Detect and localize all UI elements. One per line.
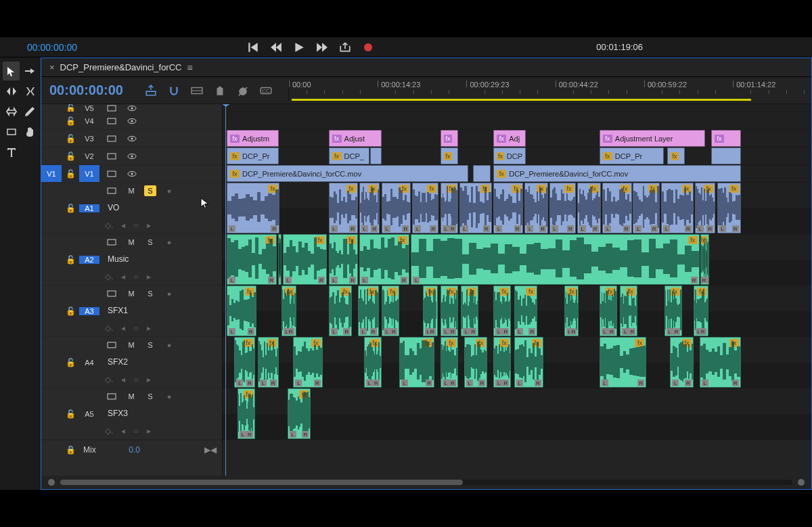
clip[interactable]: fxLR xyxy=(258,337,278,388)
mute-button[interactable]: M xyxy=(125,185,137,196)
play-button[interactable] xyxy=(293,41,305,53)
clip[interactable]: fxLR xyxy=(329,234,359,285)
solo-button[interactable]: S xyxy=(144,391,156,402)
sequence-tab-name[interactable]: DCP_Premiere&Davinci_forCC xyxy=(60,62,182,72)
time-ruler[interactable]: 00:0000:00:14:2300:00:29:2300:00:44:2200… xyxy=(288,81,811,101)
clip[interactable]: fxLR xyxy=(670,337,694,388)
clip[interactable]: fxAdj xyxy=(493,130,526,147)
scroll-thumb[interactable] xyxy=(60,480,463,485)
slip-tool[interactable] xyxy=(3,102,20,121)
clip[interactable]: fxLR xyxy=(459,183,492,233)
voiceover-record-icon[interactable]: ● xyxy=(163,288,175,299)
clip[interactable]: fxLR xyxy=(364,337,382,388)
clip[interactable]: fxLR xyxy=(278,234,281,285)
lane-A3[interactable]: fxLRfxLRfxLRfxLRfxLRfxLRfxLRfxLRfxLRfxLR… xyxy=(223,285,811,337)
clip[interactable]: fxLR xyxy=(382,183,411,233)
razor-tool[interactable] xyxy=(21,82,38,101)
source-patch-V5[interactable] xyxy=(41,104,62,112)
zoom-out-handle[interactable] xyxy=(48,479,55,486)
clip[interactable]: fxLR xyxy=(359,183,380,233)
prev-keyframe-button[interactable]: ◂ xyxy=(121,272,125,281)
track-target-A5[interactable]: A5 xyxy=(79,410,99,418)
clip[interactable]: fxDCP_Premiere&Davinci_forCC.mov xyxy=(227,165,468,182)
source-patch-V1[interactable]: V1 xyxy=(41,165,62,182)
clip[interactable]: fxLR xyxy=(602,183,632,233)
playhead[interactable] xyxy=(225,104,226,476)
lock-icon[interactable]: 🔓 xyxy=(62,409,79,419)
insert-overwrite-toggle[interactable] xyxy=(145,85,157,97)
next-keyframe-button[interactable]: ▸ xyxy=(147,375,151,384)
captions-toggle[interactable]: CC xyxy=(260,85,272,97)
voiceover-record-icon[interactable]: ● xyxy=(163,391,175,402)
step-back-button[interactable] xyxy=(270,41,282,53)
linked-selection-toggle[interactable] xyxy=(191,85,203,97)
clip[interactable] xyxy=(711,147,741,164)
clip[interactable]: fxLR xyxy=(412,183,438,233)
solo-button[interactable]: S xyxy=(144,288,156,299)
clip[interactable]: fxLR xyxy=(493,337,511,388)
keyframe-mode-icon[interactable]: ◇. xyxy=(105,272,113,281)
automation-mode-icon[interactable]: ▶◀ xyxy=(204,445,217,455)
clip[interactable]: fxLR xyxy=(441,337,458,388)
source-patch-V4[interactable] xyxy=(41,112,62,129)
horizontal-scrollbar[interactable] xyxy=(41,476,811,489)
next-keyframe-button[interactable]: ▸ xyxy=(147,221,151,230)
snap-toggle[interactable] xyxy=(168,85,180,97)
timeline-lanes[interactable]: fxAdjustmfxAdjustfxfxAdjfxAdjustment Lay… xyxy=(223,104,811,476)
sync-lock-icon[interactable] xyxy=(105,237,118,248)
panel-menu-button[interactable]: ≡ xyxy=(187,62,192,73)
lane-A1[interactable]: fxLRfxLRfxLRfxLRfxLRfxLRfxLRfxLRfxLRfxLR… xyxy=(223,183,811,234)
clip[interactable]: fx xyxy=(441,147,458,164)
clip[interactable]: fxDCP_ xyxy=(329,147,370,164)
clip[interactable]: fxLR xyxy=(620,285,637,336)
lane-A4[interactable]: fxLRfxLRfxLRfxLRfxLRfxLRfxLRfxLRfxLRfxLR… xyxy=(223,337,811,388)
zoom-in-handle[interactable] xyxy=(798,479,805,486)
clip[interactable]: fxDCP_Premiere&Davinci_forCC.mov xyxy=(493,165,740,182)
solo-button[interactable]: S xyxy=(144,237,156,248)
clip[interactable]: fxLR xyxy=(441,183,458,233)
lane-V5[interactable] xyxy=(223,104,811,112)
lock-icon[interactable]: 🔓 xyxy=(62,358,79,367)
toggle-output-icon[interactable] xyxy=(125,151,139,162)
lane-A5[interactable]: fxLRfxLR xyxy=(223,388,811,440)
lock-icon[interactable]: 🔓 xyxy=(62,204,79,213)
clip[interactable]: fxLR xyxy=(514,337,544,388)
prev-keyframe-button[interactable]: ◂ xyxy=(121,323,125,333)
clip[interactable]: fxLR xyxy=(633,183,659,233)
voiceover-record-icon[interactable]: ● xyxy=(163,340,175,350)
add-keyframe-button[interactable]: ○ xyxy=(133,323,138,333)
toggle-output-icon[interactable] xyxy=(125,133,139,144)
sync-lock-icon[interactable] xyxy=(105,288,118,299)
clip[interactable] xyxy=(370,147,382,164)
record-button[interactable] xyxy=(362,41,374,53)
clip[interactable]: fxLR xyxy=(600,285,617,336)
clip[interactable]: fxLR xyxy=(694,285,708,336)
toggle-output-icon[interactable] xyxy=(125,104,139,112)
next-keyframe-button[interactable]: ▸ xyxy=(147,426,151,436)
lock-icon[interactable]: 🔓 xyxy=(62,255,79,265)
track-name-label[interactable]: Music xyxy=(105,254,129,264)
next-keyframe-button[interactable]: ▸ xyxy=(147,272,151,281)
add-keyframe-button[interactable]: ○ xyxy=(133,272,138,281)
voiceover-record-icon[interactable]: ● xyxy=(163,185,175,196)
clip[interactable]: fxLR xyxy=(329,285,353,336)
clip[interactable]: fxLR xyxy=(564,285,579,336)
clip[interactable]: fxLR xyxy=(227,234,277,285)
clip[interactable]: fxDCP_Pr xyxy=(227,147,279,164)
keyframe-mode-icon[interactable]: ◇. xyxy=(105,221,113,230)
track-target-V4[interactable]: V4 xyxy=(79,112,99,129)
clip[interactable]: fxLR xyxy=(514,285,538,336)
sync-lock-icon[interactable] xyxy=(105,116,118,127)
lane-V1[interactable]: fxDCP_Premiere&Davinci_forCC.movfxDCP_Pr… xyxy=(223,165,811,183)
track-target-V5[interactable]: V5 xyxy=(79,104,99,112)
work-area-bar[interactable] xyxy=(292,99,751,101)
clip[interactable]: fxLR xyxy=(329,183,359,233)
clip[interactable]: fxLR xyxy=(600,337,647,388)
clip[interactable]: fxLR xyxy=(411,234,699,285)
clip[interactable]: fxDCP_Pr xyxy=(600,147,664,164)
clip[interactable]: fxLR xyxy=(661,183,694,233)
track-name-label[interactable]: VO xyxy=(105,203,119,212)
clip[interactable]: fxAdjustm xyxy=(227,130,279,147)
clip[interactable]: fxLR xyxy=(238,388,255,439)
clip[interactable]: fxLR xyxy=(441,285,458,336)
